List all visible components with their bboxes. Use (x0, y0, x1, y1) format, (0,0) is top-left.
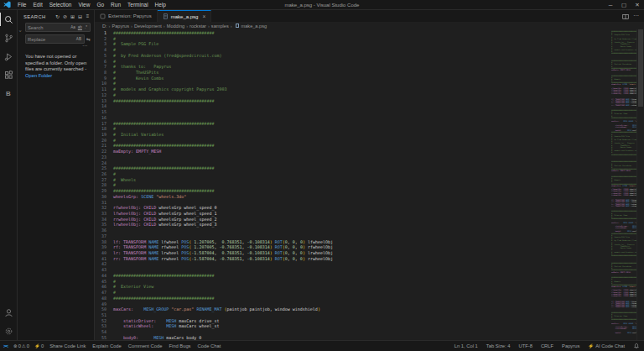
code-line[interactable]: 49 (95, 301, 611, 307)
code-line[interactable]: 50maxCars: MESH_GROUP "car.pas" RENAME_M… (95, 306, 611, 312)
remote-indicator-icon[interactable]: >< (0, 343, 11, 348)
breadcrumb-item[interactable]: Modding (166, 24, 185, 29)
minimap[interactable]: ########################################… (611, 29, 636, 340)
collapse-all-icon[interactable]: ⊟ (77, 13, 83, 19)
code-line[interactable]: 5# by Fred Anderson (fred@speedcircuit.c… (95, 53, 611, 59)
run-and-debug-icon[interactable] (0, 47, 18, 65)
toggle-search-details-icon[interactable]: ⋯ (25, 44, 87, 47)
clear-search-results-icon[interactable]: ⊘ (62, 13, 68, 19)
code-line[interactable]: 43 (95, 267, 611, 273)
code-line[interactable]: 52 staticDriver: MESH maxCars drive_st (95, 318, 611, 324)
extension-status-badge[interactable]: ⚡ 0 (32, 343, 46, 348)
settings-gear-icon[interactable] (0, 322, 18, 340)
vertical-scrollbar[interactable] (636, 29, 644, 340)
menu-go[interactable]: Go (93, 2, 107, 8)
code-line[interactable]: 27# Wheels (95, 177, 611, 183)
search-input[interactable] (26, 25, 70, 30)
code-line[interactable]: 16 (95, 115, 611, 121)
code-line[interactable]: 6# (95, 59, 611, 65)
code-line[interactable]: 11# models and Graphics copyright Papyru… (95, 86, 611, 92)
extension-b-icon[interactable]: B (0, 84, 18, 102)
open-folder-link[interactable]: Open Folder (25, 73, 52, 78)
code-line[interactable]: 36 (95, 228, 611, 233)
code-line[interactable]: 7# thanks to: Papyrus (95, 64, 611, 70)
replace-all-icon[interactable]: ⇆ (85, 36, 91, 42)
breadcrumb-item[interactable]: Papyrus (111, 24, 130, 29)
code-line[interactable]: 29######################################… (95, 188, 611, 194)
code-line[interactable]: 1#######################################… (95, 30, 611, 36)
code-line[interactable]: 22maEmpty: EMPTY_MESH (95, 149, 611, 155)
extensions-icon[interactable] (0, 65, 18, 84)
close-window-icon[interactable]: ✕ (631, 0, 644, 10)
code-line[interactable]: 28# (95, 182, 611, 188)
status-utf-8[interactable]: UTF-8 (514, 343, 536, 348)
menu-file[interactable]: File (14, 2, 29, 8)
status-find-bugs[interactable]: Find Bugs (165, 343, 194, 348)
code-line[interactable]: 47# (95, 290, 611, 296)
open-new-search-editor-icon[interactable]: ⊞ (70, 13, 75, 19)
code-line[interactable]: 18# (95, 126, 611, 132)
more-actions-icon[interactable]: ⋯ (633, 13, 639, 19)
maximize-icon[interactable]: ▢ (617, 0, 631, 10)
code-line[interactable]: 3# Sample PSG File (95, 41, 611, 47)
close-tab-icon[interactable]: × (202, 13, 205, 19)
code-line[interactable]: 24 (95, 160, 611, 166)
menu-run[interactable]: Run (107, 2, 124, 8)
code-line[interactable]: 53 staticWheel: MESH maxCars wheel_st (95, 323, 611, 329)
breadcrumb-item[interactable]: make_a.psg (241, 24, 267, 29)
code-line[interactable]: 26# (95, 171, 611, 177)
status-share-code-link[interactable]: Share Code Link (46, 343, 89, 348)
problems-badge[interactable]: ⊗ 0 ⚠ 0 (11, 343, 32, 348)
status-ai-code-chat[interactable]: ⚡AI Code Chat (584, 343, 629, 348)
breadcrumb-item[interactable]: Development (133, 24, 163, 29)
code-line[interactable]: 20# (95, 138, 611, 144)
tab-make-a-psg[interactable]: make_a.psg × (158, 10, 211, 22)
menu-view[interactable]: View (75, 2, 93, 8)
code-line[interactable]: 51 (95, 312, 611, 318)
match-whole-word-icon[interactable]: ab (77, 25, 83, 29)
code-line[interactable]: 19# Initial Variables (95, 132, 611, 138)
tab-extension-papyrus[interactable]: Extension: Papyrus (95, 10, 158, 22)
menu-help[interactable]: Help (152, 2, 169, 8)
status-explain-code[interactable]: Explain Code (89, 343, 124, 348)
preserve-case-icon[interactable]: AB (75, 37, 82, 41)
status-comment-code[interactable]: Comment Code (125, 343, 166, 348)
breadcrumb-item[interactable]: D: (101, 24, 108, 29)
status-crlf[interactable]: CRLF (537, 343, 558, 348)
minimize-icon[interactable]: ─ (604, 0, 617, 10)
code-line[interactable]: 45# (95, 279, 611, 285)
search-activity-icon[interactable] (0, 10, 18, 29)
status-papyrus[interactable]: Papyrus (558, 343, 584, 348)
code-line[interactable]: 34rrwheelObj: CHILD wheelsGrp wheel_spee… (95, 217, 611, 223)
code-line[interactable]: 17######################################… (95, 121, 611, 127)
breadcrumb-item[interactable]: samples (210, 24, 230, 29)
code-line[interactable]: 37 (95, 233, 611, 239)
toggle-replace-chevron-icon[interactable]: › (18, 29, 23, 34)
code-line[interactable]: 4# (95, 47, 611, 53)
menu-selection[interactable]: Selection (46, 2, 75, 8)
code-line[interactable]: 48######################################… (95, 296, 611, 301)
match-case-icon[interactable]: Aa (70, 25, 76, 29)
menu-edit[interactable]: Edit (29, 2, 45, 8)
code-area[interactable]: 1#######################################… (95, 29, 611, 340)
code-line[interactable]: 35lrwheelObj: CHILD wheelsGrp wheel_spee… (95, 222, 611, 228)
replace-input[interactable] (26, 37, 75, 42)
code-line[interactable]: 23 (95, 155, 611, 160)
code-line[interactable]: 32rfwheelObj: CHILD wheelsGrp wheel_spee… (95, 205, 611, 211)
view-as-tree-icon[interactable]: ≡ (85, 13, 91, 19)
code-line[interactable]: 31 (95, 200, 611, 206)
code-line[interactable]: 25######################################… (95, 165, 611, 171)
code-line[interactable]: 46# Exterior View (95, 284, 611, 290)
menu-terminal[interactable]: Terminal (124, 2, 152, 8)
code-line[interactable]: 9# Kevin Combs (95, 76, 611, 81)
source-control-icon[interactable] (0, 29, 18, 47)
code-line[interactable]: 8# TheUSPits (95, 70, 611, 76)
breadcrumb-item[interactable]: rockstar (189, 24, 207, 29)
code-line[interactable]: 30wheelsGrp: SCENE "wheels.3do" (95, 194, 611, 200)
code-line[interactable]: 12# (95, 92, 611, 98)
code-line[interactable]: 10# (95, 81, 611, 86)
code-line[interactable]: 38lf: TRANSFORM NAME lfwheel POS( 1.2070… (95, 239, 611, 245)
code-line[interactable]: 44######################################… (95, 273, 611, 279)
code-line[interactable]: 21######################################… (95, 143, 611, 149)
code-line[interactable]: 54 (95, 329, 611, 335)
